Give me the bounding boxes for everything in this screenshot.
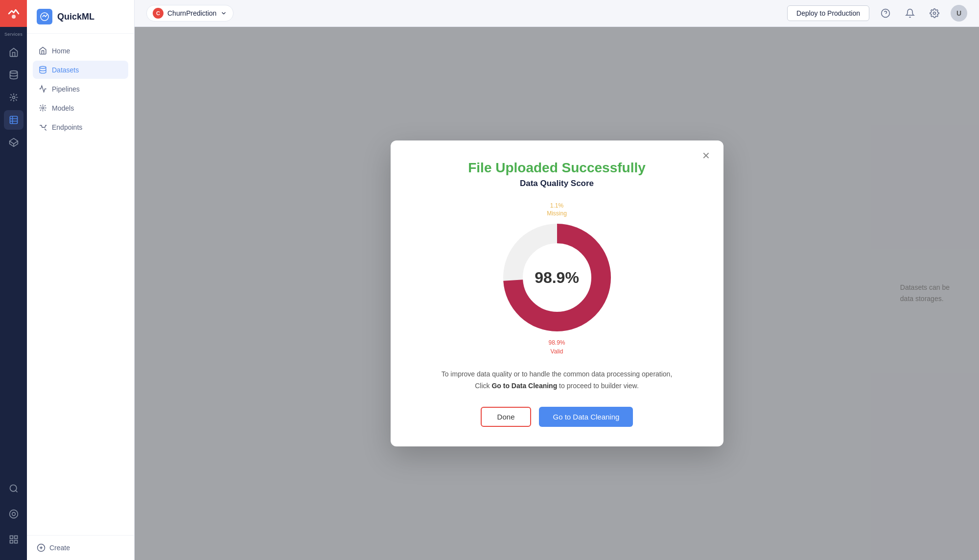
create-label: Create bbox=[49, 544, 70, 552]
modal-title: File Uploaded Successfully bbox=[415, 160, 699, 176]
nav-sidebar: QuickML Home Datasets Pipelines Models E… bbox=[27, 0, 135, 560]
chart-container: 1.1% Missing bbox=[415, 202, 699, 355]
modal-overlay: ✕ File Uploaded Successfully Data Qualit… bbox=[135, 27, 979, 560]
sidebar-icon-datasets[interactable] bbox=[4, 110, 23, 130]
icon-sidebar-bottom bbox=[4, 479, 23, 560]
modal-close-button[interactable]: ✕ bbox=[699, 148, 714, 163]
svg-point-1 bbox=[10, 71, 17, 73]
services-label: Services bbox=[4, 32, 23, 37]
sidebar-icon-grid[interactable] bbox=[4, 530, 23, 549]
app-logo bbox=[0, 0, 27, 27]
svg-line-7 bbox=[15, 490, 17, 492]
deploy-button[interactable]: Deploy to Production bbox=[787, 5, 869, 21]
sidebar-icon-integrations[interactable] bbox=[4, 504, 23, 524]
nav-item-pipelines[interactable]: Pipelines bbox=[33, 80, 128, 98]
chevron-down-icon bbox=[220, 10, 227, 17]
svg-point-0 bbox=[12, 15, 16, 19]
nav-item-home[interactable]: Home bbox=[33, 42, 128, 60]
nav-item-datasets[interactable]: Datasets bbox=[33, 61, 128, 79]
svg-rect-13 bbox=[14, 540, 17, 543]
top-header: C ChurnPrediction Deploy to Production U bbox=[135, 0, 979, 27]
main-area: C ChurnPrediction Deploy to Production U… bbox=[135, 0, 979, 560]
user-avatar[interactable]: U bbox=[951, 5, 967, 22]
sidebar-icon-data[interactable] bbox=[4, 65, 23, 85]
donut-chart: 98.9% bbox=[498, 219, 616, 336]
nav-item-models[interactable]: Models bbox=[33, 99, 128, 117]
modal-subtitle: Data Quality Score bbox=[415, 179, 699, 188]
settings-button[interactable] bbox=[926, 5, 943, 22]
svg-point-8 bbox=[9, 510, 18, 518]
svg-point-15 bbox=[40, 66, 46, 68]
svg-point-23 bbox=[933, 12, 936, 15]
nav-header: QuickML bbox=[27, 0, 134, 34]
svg-rect-12 bbox=[10, 540, 13, 543]
project-selector[interactable]: C ChurnPrediction bbox=[146, 5, 233, 22]
svg-rect-3 bbox=[10, 117, 17, 124]
valid-label: Valid bbox=[551, 348, 563, 355]
modal-dialog: ✕ File Uploaded Successfully Data Qualit… bbox=[391, 140, 723, 446]
missing-label: Missing bbox=[547, 210, 567, 217]
go-to-cleaning-button[interactable]: Go to Data Cleaning bbox=[539, 407, 633, 427]
done-button[interactable]: Done bbox=[481, 407, 532, 427]
quickml-logo-text: QuickML bbox=[57, 12, 94, 22]
svg-point-14 bbox=[41, 13, 48, 21]
sidebar-icon-pipeline[interactable] bbox=[4, 88, 23, 107]
sidebar-icon-home[interactable] bbox=[4, 43, 23, 62]
main-content: Datasets can be data storages. ✕ File Up… bbox=[135, 27, 979, 560]
project-avatar: C bbox=[153, 8, 163, 19]
valid-percentage: 98.9% bbox=[548, 339, 565, 346]
svg-point-16 bbox=[42, 107, 44, 109]
svg-rect-11 bbox=[14, 536, 17, 539]
quickml-logo-icon bbox=[37, 9, 52, 24]
nav-items-list: Home Datasets Pipelines Models Endpoints bbox=[27, 34, 134, 535]
svg-line-17 bbox=[45, 129, 47, 131]
svg-point-2 bbox=[12, 96, 15, 99]
nav-footer-create[interactable]: Create bbox=[27, 535, 134, 560]
sidebar-icon-search[interactable] bbox=[4, 479, 23, 498]
svg-point-6 bbox=[10, 485, 16, 491]
help-button[interactable] bbox=[877, 5, 894, 22]
modal-actions: Done Go to Data Cleaning bbox=[415, 407, 699, 427]
notifications-button[interactable] bbox=[902, 5, 918, 22]
modal-description: To improve data quality or to handle the… bbox=[415, 369, 699, 392]
icon-sidebar: Services bbox=[0, 0, 27, 560]
chart-labels-top: 1.1% Missing bbox=[547, 202, 567, 219]
chart-center-value: 98.9% bbox=[535, 269, 579, 287]
missing-percentage: 1.1% bbox=[550, 202, 563, 209]
cleaning-link-text: Go to Data Cleaning bbox=[491, 382, 557, 390]
svg-rect-10 bbox=[10, 536, 13, 539]
chart-labels-bottom: 98.9% Valid bbox=[548, 339, 565, 355]
sidebar-icon-deploy[interactable] bbox=[4, 133, 23, 152]
nav-item-endpoints[interactable]: Endpoints bbox=[33, 118, 128, 136]
svg-point-9 bbox=[12, 513, 15, 516]
project-name: ChurnPrediction bbox=[167, 9, 216, 17]
